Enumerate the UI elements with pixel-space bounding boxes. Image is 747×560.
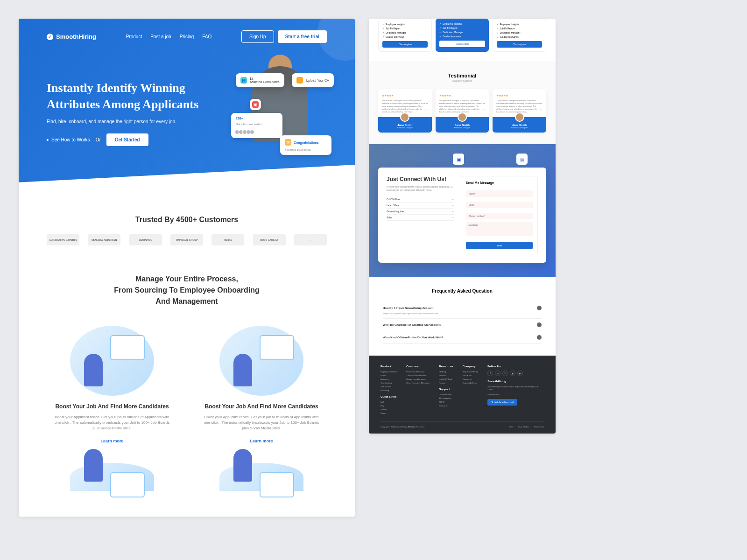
pricing-card: Employee Insights Job Fit Report Dedicat…: [378, 19, 432, 52]
testimonial-card: ★★★★★The platform's intelligent automati…: [493, 89, 546, 133]
choose-plan-button[interactable]: Choose plan: [497, 41, 542, 48]
feature-illustration: [70, 326, 154, 396]
footer-link[interactable]: Recruiting: [381, 389, 397, 392]
contact-accordion-item[interactable]: General Inquiries: [387, 209, 454, 215]
contact-accordion-item[interactable]: Head Office: [387, 203, 454, 209]
faq-answer: Simple! Just register at https://go.smoo…: [383, 312, 542, 315]
nav-post-job[interactable]: Post a job: [150, 34, 171, 39]
footer-link[interactable]: Shift planner: [381, 385, 397, 388]
how-it-works-link[interactable]: See How to Works: [47, 137, 90, 142]
pricing-feature: Job Fit Report: [382, 27, 428, 30]
footer-link[interactable]: Employee database: [381, 371, 397, 373]
feature-illustration: [219, 463, 303, 491]
pricing-feature: Guided Interviews: [439, 35, 485, 38]
schedule-demo-button[interactable]: Schedule a demo call: [487, 399, 517, 406]
contact-desc: In mi tempor eget pharetra facilisis sed…: [387, 185, 454, 192]
partner-logo: —: [294, 234, 327, 245]
upload-icon: ↑: [296, 77, 303, 84]
star-rating-icon: ★★★★★: [496, 94, 543, 97]
phone-field[interactable]: [466, 213, 533, 219]
hero-title: Instantly Identify Winning Attributes Am…: [47, 80, 240, 112]
footer-link[interactable]: Privacy: [439, 382, 453, 384]
name-field[interactable]: [466, 190, 533, 197]
pricing-feature: Guided Interviews: [497, 35, 542, 38]
learn-more-link[interactable]: Learn more: [250, 439, 273, 443]
footer-link[interactable]: GDPR: [439, 401, 453, 403]
testimonials-title: Testimonial: [378, 73, 546, 78]
footer-link[interactable]: HR Blog: [439, 371, 453, 373]
footer-link[interactable]: Outsource: [439, 405, 453, 407]
app-icon: ▣: [252, 101, 259, 108]
choose-plan-button[interactable]: Choose plan: [382, 41, 428, 48]
feature-card: Boost Your Job And Find More Candidates …: [196, 326, 327, 444]
quote-icon: ": [425, 108, 428, 116]
footer-brand: SmoothHiring: [487, 380, 544, 383]
partner-logo: Melina: [211, 234, 244, 245]
footer-heading: Product: [381, 365, 397, 368]
footer-link[interactable]: Case Studies: [518, 426, 529, 428]
pricing-card-featured: Employee Insights Job Fit Report Dedicat…: [436, 19, 488, 52]
trusted-title: Trusted By 4500+ Customers: [47, 216, 327, 224]
send-button[interactable]: send: [466, 242, 533, 249]
footer-link[interactable]: Absences: [381, 378, 397, 380]
youtube-icon[interactable]: ▶: [517, 371, 523, 376]
footer-link[interactable]: Publications: [534, 426, 544, 428]
free-trial-button[interactable]: Start a free trial: [278, 30, 327, 43]
pricing-feature: Dedicated Manager: [439, 31, 485, 34]
footer-link[interactable]: Term: [509, 426, 514, 428]
footer-link[interactable]: Podcast: [439, 374, 453, 377]
nav-product[interactable]: Product: [126, 34, 142, 39]
nav-pricing[interactable]: Pricing: [180, 34, 194, 39]
feature-card-title: Boost Your Job And Find More Candidates: [47, 403, 177, 411]
footer-link[interactable]: Google Hire Alternative: [406, 378, 430, 380]
contact-accordion-item[interactable]: Call Toll Free: [387, 196, 454, 203]
get-started-button[interactable]: Get Started: [106, 133, 148, 146]
pricing-feature: Employee Insights: [382, 23, 428, 26]
message-field[interactable]: [466, 222, 533, 236]
footer-link[interactable]: Why SmoothHiring: [463, 371, 478, 373]
faq-title: Frequently Asked Question: [383, 288, 542, 294]
footer-link[interactable]: Freshteam Alternative: [406, 371, 430, 373]
pricing-feature: Guided Interviews: [382, 35, 428, 38]
footer-link[interactable]: Zoho Recruit Alternative: [406, 374, 430, 377]
nav-faq[interactable]: FAQ: [202, 34, 211, 39]
footer-link[interactable]: Documentation: [439, 393, 453, 396]
footer-heading: Compare: [406, 365, 430, 368]
learn-more-link[interactable]: Learn more: [100, 439, 123, 443]
pricing-feature: Dedicated Manager: [382, 31, 428, 34]
footer-link[interactable]: Time tracking: [381, 382, 397, 384]
email-field[interactable]: [466, 202, 533, 208]
footer-link[interactable]: API Integration: [439, 397, 453, 399]
choose-plan-button[interactable]: Choose plan: [439, 41, 485, 47]
partner-logo: RENEWAL ANDERSEN: [88, 234, 120, 245]
quote-icon: ": [539, 108, 543, 116]
footer-support-email: Support Email:: [487, 393, 544, 396]
feature-card: [196, 463, 327, 498]
footer-link[interactable]: FAQ: [381, 401, 397, 403]
feature-card: [47, 463, 177, 498]
footer-link[interactable]: Smart Recruiters Alternative: [406, 382, 430, 384]
footer-link[interactable]: Contact us: [463, 378, 478, 380]
footer-link[interactable]: Blog: [381, 405, 397, 407]
partner-logo: ALTERNATIVE EXPORTS: [47, 234, 79, 245]
footer-link[interactable]: Videos: [381, 412, 397, 414]
footer-link[interactable]: Support: [381, 408, 397, 411]
footer-link[interactable]: Post A Job: [463, 374, 478, 377]
contact-accordion-item[interactable]: Sales: [387, 215, 454, 221]
faq-question[interactable]: What Kind Of Non-Profits Do You Work Wit…: [383, 335, 542, 340]
facebook-icon[interactable]: f: [487, 371, 493, 376]
instagram-icon[interactable]: ◉: [510, 371, 515, 376]
twitter-icon[interactable]: 𝕏: [502, 371, 508, 376]
hero-illustration: 👥1kAssisted Candidates ↑Upload Your CV ▣…: [240, 66, 327, 160]
footer-link[interactable]: Request A Demo: [463, 382, 478, 384]
signup-button[interactable]: Sign Up: [241, 30, 274, 43]
logo[interactable]: ✓ SmoothHiring: [47, 33, 96, 40]
linkedin-icon[interactable]: in: [495, 371, 500, 376]
footer-link[interactable]: Payroll: [381, 374, 397, 377]
copyright: Copyright © 2023 SmoothHiring. All Right…: [381, 426, 424, 428]
footer-link[interactable]: Useful HR Tools: [439, 378, 453, 380]
testimonials-subtitle: Customer Success: [378, 79, 546, 82]
pricing-card: Employee Insights Job Fit Report Dedicat…: [493, 19, 546, 52]
faq-question[interactable]: How Do I Create Smoothiring Account: [383, 306, 542, 310]
faq-question[interactable]: Will I Be Charged For Creating An Accoun…: [383, 322, 542, 327]
